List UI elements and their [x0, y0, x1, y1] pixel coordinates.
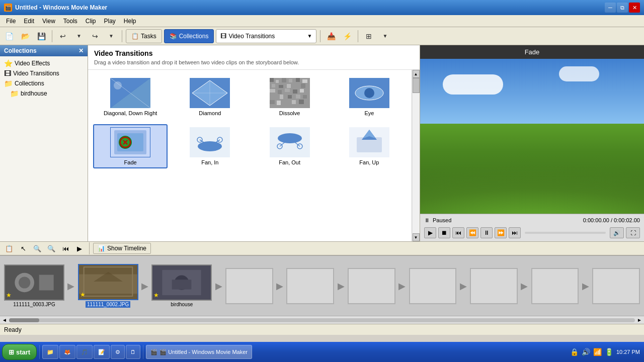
transitions-scrollbar[interactable]: ▲ ▼: [412, 70, 420, 241]
undo-arrow[interactable]: ▼: [72, 29, 86, 43]
play-timeline-button[interactable]: ▶: [73, 243, 86, 254]
scroll-up-button[interactable]: ▲: [413, 70, 420, 78]
collections-button[interactable]: 📚 Collections: [164, 29, 214, 43]
menu-play[interactable]: Play: [100, 17, 120, 26]
start-button[interactable]: ⊞ start: [2, 344, 37, 360]
story-thumb-2[interactable]: ★: [78, 264, 138, 300]
svg-rect-13: [289, 79, 292, 82]
preview-progress-slider[interactable]: [525, 232, 606, 234]
zoom-in-button[interactable]: 🔍: [31, 243, 43, 254]
step-forward-button[interactable]: ⏩: [495, 227, 507, 238]
star-badge-3: ★: [153, 292, 159, 299]
minimize-button[interactable]: ─: [605, 3, 616, 13]
storyboard-mode-button[interactable]: 📋: [3, 243, 15, 254]
taskbar-tray: 🔒 🔊 📶 🔋 10:27 PM: [570, 348, 642, 356]
taskbar-word-button[interactable]: 📝: [94, 345, 110, 359]
svg-rect-27: [280, 95, 283, 99]
menu-help[interactable]: Help: [120, 17, 140, 26]
taskbar-gear-button[interactable]: ⚙: [111, 345, 125, 359]
menu-file[interactable]: File: [2, 17, 20, 26]
transition-fan-in-thumb: [190, 127, 230, 157]
taskbar-firefox-button[interactable]: 🦊: [59, 345, 75, 359]
panel-item-transitions-label: Video Transitions: [13, 70, 59, 77]
story-empty-7: [592, 268, 640, 304]
tray-icon-volume[interactable]: 🔊: [582, 348, 590, 356]
story-arrow-6: ▶: [395, 268, 409, 304]
collections-label: Collections: [179, 33, 209, 40]
undo-button[interactable]: ↩: [56, 29, 70, 43]
panel-item-birdhouse[interactable]: 📁 birdhouse: [2, 88, 86, 99]
panel-item-video-transitions[interactable]: 🎞 Video Transitions: [2, 68, 86, 78]
svg-rect-74: [172, 280, 192, 289]
open-button[interactable]: 📂: [18, 29, 32, 43]
new-button[interactable]: 📄: [2, 29, 16, 43]
zoom-out-button[interactable]: 🔍: [45, 243, 57, 254]
left-panel-header: Collections ✕: [0, 45, 88, 56]
menu-clip[interactable]: Clip: [82, 17, 100, 26]
taskbar-notes-button[interactable]: 🗒: [126, 345, 140, 359]
transition-fan-up-thumb: [349, 127, 389, 157]
preview-status-bar: ⏸ Paused 0:00:00.00 / 0:00:02.00: [422, 216, 642, 224]
center-title: Video Transitions: [94, 49, 414, 57]
transition-diamond[interactable]: Diamond: [173, 75, 247, 119]
moviemaker-icon: 🎬: [150, 349, 157, 355]
view-btn[interactable]: ⊞: [362, 29, 376, 43]
folder-birdhouse-icon: 📁: [10, 89, 19, 98]
menu-edit[interactable]: Edit: [20, 17, 38, 26]
view-arrow[interactable]: ▼: [378, 29, 392, 43]
save-button[interactable]: 💾: [34, 29, 48, 43]
play-button[interactable]: ▶: [424, 227, 436, 238]
svg-rect-23: [285, 88, 290, 92]
transitions-dropdown[interactable]: 🎞 Video Transitions ▼: [216, 29, 316, 43]
import-button[interactable]: 📥: [324, 29, 338, 43]
restore-button[interactable]: ⧉: [617, 3, 628, 13]
scroll-left-button[interactable]: ◄: [2, 317, 7, 323]
transitions-grid: Diagonal, Down Right Diamond: [88, 70, 412, 241]
redo-arrow[interactable]: ▼: [104, 29, 118, 43]
pause-button[interactable]: ⏸: [480, 227, 493, 238]
transition-eye[interactable]: Eye: [332, 75, 407, 119]
preview-title: Fade: [420, 45, 644, 59]
transition-fan-out[interactable]: Fan, Out: [253, 124, 327, 168]
tasks-button[interactable]: 📋 Tasks: [126, 29, 162, 43]
preview-panel: Fade ⏸ Paused 0:00:00.00 / 0:00:02.00: [420, 45, 644, 241]
scroll-down-button[interactable]: ▼: [413, 233, 420, 241]
menu-tools[interactable]: Tools: [59, 17, 82, 26]
taskbar-folder-button[interactable]: 📁: [42, 345, 58, 359]
menu-view[interactable]: View: [38, 17, 59, 26]
preview-cloud1: [443, 74, 503, 95]
story-thumb-1[interactable]: ★: [4, 264, 64, 301]
panel-item-video-effects[interactable]: ⭐ Video Effects: [2, 58, 86, 68]
taskbar-moviemaker-button[interactable]: 🎬 🎬 Untitled - Windows Movie Maker: [146, 345, 252, 359]
select-button[interactable]: ↖: [17, 243, 29, 254]
tray-icon-network: 🔒: [570, 348, 579, 356]
close-button[interactable]: ✕: [629, 3, 640, 13]
show-timeline-button[interactable]: 📊 Show Timeline: [93, 243, 151, 254]
story-empty-2: [286, 268, 334, 304]
rewind-button[interactable]: ⏮: [452, 227, 464, 238]
redo-button[interactable]: ↪: [88, 29, 102, 43]
scroll-right-button[interactable]: ►: [637, 317, 642, 323]
story-thumb-3[interactable]: ★: [151, 264, 212, 301]
step-back-button[interactable]: ⏪: [466, 227, 478, 238]
transition-diagonal[interactable]: Diagonal, Down Right: [93, 75, 168, 119]
panel-close-button[interactable]: ✕: [78, 47, 84, 54]
fast-forward-button[interactable]: ⏭: [509, 227, 521, 238]
scroll-track[interactable]: [9, 318, 635, 322]
transition-fade[interactable]: Fade: [93, 124, 168, 168]
taskbar-media-button[interactable]: 🎵: [76, 345, 93, 359]
scroll-thumb[interactable]: [9, 318, 39, 322]
story-arrow-7: ▶: [456, 268, 470, 304]
volume-button[interactable]: 🔊: [610, 227, 624, 238]
fullscreen-button[interactable]: ⛶: [626, 227, 640, 238]
auto-button[interactable]: ⚡: [340, 29, 354, 43]
svg-rect-25: [300, 89, 304, 93]
panel-item-collections[interactable]: 📁 Collections: [2, 78, 86, 88]
rewind-timeline-button[interactable]: ⏮: [59, 243, 71, 254]
svg-rect-12: [282, 78, 286, 82]
transition-dissolve[interactable]: Dissolve: [253, 75, 327, 119]
transition-fan-up[interactable]: Fan, Up: [332, 124, 407, 168]
transition-fan-in[interactable]: Fan, In: [173, 124, 247, 168]
stop-button[interactable]: ⏹: [438, 227, 450, 238]
scrollbar-thumb[interactable]: [413, 78, 420, 93]
